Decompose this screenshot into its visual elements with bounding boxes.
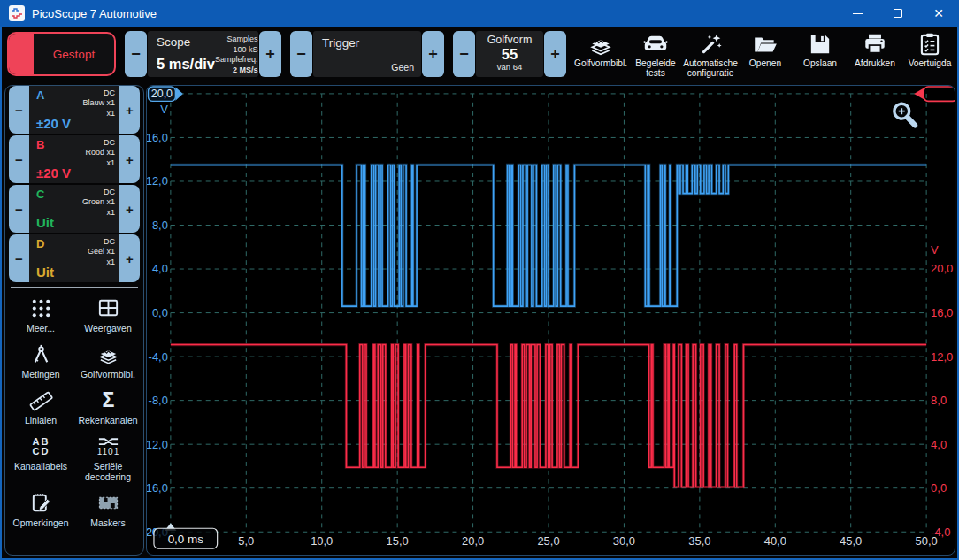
magic-wand-icon	[697, 31, 724, 58]
svg-text:V: V	[931, 243, 939, 257]
waveform-prev-button[interactable]: −	[453, 31, 475, 77]
channel-a-tile[interactable]: −ADCBlauw x1x1±20 V+	[9, 86, 140, 134]
measurements-icon	[29, 342, 53, 366]
timebase-panel[interactable]: Scope 5 ms/div Samples 100 kS Samplefreq…	[148, 31, 258, 77]
toolbar-button-voertuigda[interactable]: Voertuigda	[902, 28, 957, 80]
svg-text:35,0: 35,0	[688, 534, 710, 548]
more-grid-icon	[29, 296, 53, 320]
trigger-plus-button[interactable]: +	[422, 31, 444, 77]
waveform-total: van 64	[476, 62, 543, 72]
channel-b-minus-button[interactable]: −	[9, 135, 29, 183]
channel-info: DCGroen x1x1	[82, 188, 115, 218]
toolbar-button-afdrukken[interactable]: Afdrukken	[848, 28, 902, 80]
ruler-icon	[29, 388, 53, 412]
channel-a-minus-button[interactable]: −	[9, 86, 29, 134]
svg-text:16,0: 16,0	[931, 306, 953, 319]
menu-item-label: Rekenkanalen	[78, 415, 137, 426]
channel-d-body[interactable]: DDCGeel x1x1Uit	[29, 234, 119, 282]
menu-item-weergaven[interactable]: Weergaven	[74, 292, 142, 337]
timebase-minus-button[interactable]: −	[125, 31, 147, 77]
channel-b-body[interactable]: BDCRood x1x1±20 V	[29, 135, 119, 183]
waveform-panel[interactable]: Golfvorm 55 van 64	[476, 31, 543, 77]
app-logo-icon	[9, 5, 25, 21]
channel-info: DCRood x1x1	[85, 138, 115, 168]
channel-info: DCGeel x1x1	[88, 237, 115, 267]
maximize-button[interactable]	[878, 0, 918, 27]
svg-text:8,0: 8,0	[931, 394, 947, 407]
scope-view[interactable]: 16,012,08,04,00,0-4,0-8,0-12,0-16,0-20,0…	[146, 85, 955, 556]
channel-b-plus-button[interactable]: +	[119, 135, 140, 183]
menu-item-golfvormbibl-[interactable]: Golfvormbibl.	[74, 338, 142, 383]
channel-a-axis-marker[interactable]: 20,0	[148, 87, 182, 101]
maximize-icon	[894, 9, 902, 18]
menu-item-label: Seriële decodering	[76, 461, 140, 482]
channel-letter: D	[36, 237, 44, 250]
channel-letter: A	[36, 88, 44, 102]
close-button[interactable]: ✕	[918, 0, 959, 27]
toolbar-button-automatische-configuratie[interactable]: Automatische configuratie	[683, 28, 738, 80]
menu-item-meer-[interactable]: Meer...	[7, 292, 74, 337]
channel-c-minus-button[interactable]: −	[9, 185, 29, 233]
svg-text:-12,0: -12,0	[147, 438, 168, 451]
trigger-mode-value: Geen	[391, 62, 414, 73]
trigger-panel[interactable]: Trigger Geen	[313, 31, 421, 77]
svg-text:4,0: 4,0	[152, 263, 168, 276]
waveform-next-button[interactable]: +	[544, 31, 566, 77]
car-icon	[642, 31, 669, 58]
trace-a	[171, 165, 926, 306]
svg-text:12,0: 12,0	[931, 350, 953, 364]
channel-labels-icon: ABCD	[29, 434, 53, 458]
channel-range: Uit	[36, 265, 54, 280]
svg-text:50,0: 50,0	[916, 534, 938, 548]
channel-c-tile[interactable]: −CDCGroen x1x1Uit+	[9, 185, 140, 233]
menu-item-opmerkingen[interactable]: Opmerkingen	[7, 487, 74, 532]
svg-text:40,0: 40,0	[764, 534, 786, 548]
channel-d-minus-button[interactable]: −	[9, 234, 29, 282]
toolbar-button-openen[interactable]: Openen	[738, 28, 793, 80]
toolbar-button-begeleide-tests[interactable]: Begeleide tests	[628, 28, 683, 80]
scope-title: Scope	[157, 35, 215, 49]
svg-text:4,0: 4,0	[931, 438, 947, 451]
serial-decoding-icon: 1101	[96, 434, 120, 458]
zoom-tool-icon[interactable]	[894, 104, 915, 125]
menu-item-kanaallabels[interactable]: ABCDKanaallabels	[7, 430, 74, 486]
right-axis-labels: 20,016,012,08,04,00,0-4,0V	[931, 243, 953, 538]
channel-d-plus-button[interactable]: +	[119, 234, 140, 282]
channel-range: Uit	[36, 215, 54, 230]
channel-c-body[interactable]: CDCGroen x1x1Uit	[29, 185, 119, 233]
toolbar-button-golfvormbibl-[interactable]: Golfvormbibl.	[573, 28, 628, 80]
channel-a-plus-button[interactable]: +	[119, 86, 140, 134]
window-title: PicoScope 7 Automotive	[32, 7, 157, 20]
menu-item-metingen[interactable]: Metingen	[7, 338, 74, 383]
menu-item-rekenkanalen[interactable]: ΣRekenkanalen	[74, 384, 142, 429]
window-controls: ✕	[837, 0, 959, 27]
channel-b-axis-marker[interactable]	[914, 87, 955, 101]
minimize-button[interactable]	[837, 0, 878, 27]
svg-text:-4,0: -4,0	[149, 350, 168, 364]
svg-text:10,0: 10,0	[311, 534, 333, 548]
minimize-icon	[853, 13, 863, 14]
toolbar-button-label: Golfvormbibl.	[574, 58, 627, 68]
channel-c-plus-button[interactable]: +	[119, 185, 140, 233]
menu-item-maskers[interactable]: Maskers	[74, 487, 142, 532]
svg-text:0,0 ms: 0,0 ms	[168, 533, 204, 546]
notes-icon	[29, 491, 53, 515]
trigger-minus-button[interactable]: −	[290, 31, 312, 77]
menu-item-linialen[interactable]: Linialen	[7, 384, 74, 429]
svg-text:20,0: 20,0	[151, 88, 173, 100]
app-window: PicoScope 7 Automotive ✕ Gestopt − Scope…	[0, 0, 959, 560]
save-icon	[807, 31, 833, 58]
channel-d-tile[interactable]: −DDCGeel x1x1Uit+	[9, 234, 140, 282]
stop-start-button[interactable]: Gestopt	[7, 32, 116, 76]
channel-a-body[interactable]: ADCBlauw x1x1±20 V	[29, 86, 119, 134]
menu-item-label: Golfvormbibl.	[81, 369, 135, 380]
sample-info: Samples 100 kS Samplefreq. 2 MS/s	[215, 31, 264, 77]
svg-text:25,0: 25,0	[537, 534, 559, 548]
toolbar-button-label: Afdrukken	[855, 58, 895, 68]
svg-text:1101: 1101	[96, 447, 119, 456]
toolbar-button-opslaan[interactable]: Opslaan	[793, 28, 848, 80]
channel-b-tile[interactable]: −BDCRood x1x1±20 V+	[9, 135, 140, 183]
menu-item-seri-le-decodering[interactable]: 1101Seriële decodering	[74, 430, 142, 486]
sidebar-separator	[11, 287, 138, 288]
waveform-plot[interactable]: 16,012,08,04,00,0-4,0-8,0-12,0-16,0-20,0…	[147, 86, 955, 555]
